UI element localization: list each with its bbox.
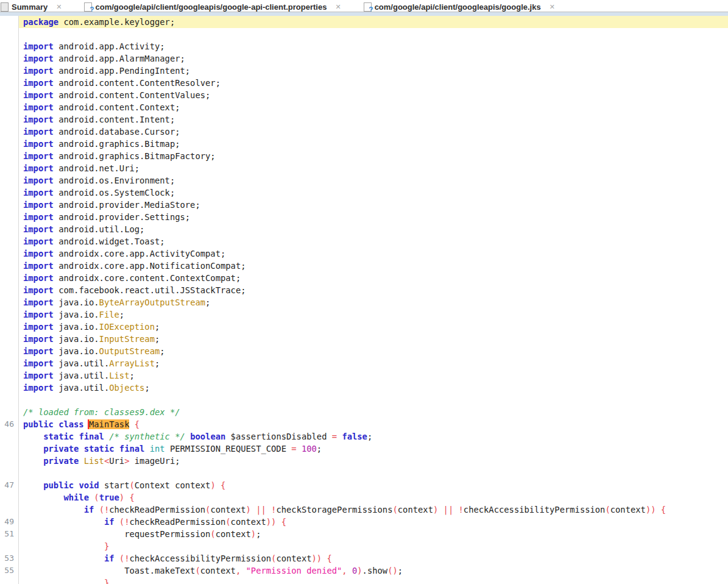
code-line: import java.io.IOException; bbox=[0, 321, 728, 333]
line-number bbox=[0, 369, 19, 382]
code-line: import android.graphics.BitmapFactory; bbox=[0, 150, 728, 162]
code-line-text: } bbox=[19, 577, 728, 584]
tab-label: Summary bbox=[12, 2, 48, 12]
line-number bbox=[0, 126, 19, 138]
line-number: 51 bbox=[0, 528, 19, 540]
code-line bbox=[0, 394, 728, 406]
line-number bbox=[0, 406, 19, 418]
code-line: import android.net.Uri; bbox=[0, 162, 728, 174]
line-number bbox=[0, 101, 19, 113]
line-number bbox=[0, 394, 19, 406]
line-number bbox=[0, 260, 19, 272]
close-icon[interactable]: ✕ bbox=[56, 4, 62, 10]
code-line: 53 if (!checkAccessibilityPermission(con… bbox=[0, 552, 728, 564]
line-number bbox=[0, 174, 19, 187]
code-line: import android.app.Activity; bbox=[0, 40, 728, 52]
code-line-text: import com.facebook.react.util.JSStackTr… bbox=[19, 284, 728, 296]
code-line: import android.graphics.Bitmap; bbox=[0, 138, 728, 150]
code-line: import java.util.ArrayList; bbox=[0, 357, 728, 369]
code-line: import android.os.SystemClock; bbox=[0, 187, 728, 199]
code-line: 55 Toast.makeText(context, "Permission d… bbox=[0, 564, 728, 577]
code-line: import android.content.ContentValues; bbox=[0, 89, 728, 101]
tab-google-api-client-properties[interactable]: ?com/google/api/client/googleapis/google… bbox=[84, 2, 341, 12]
code-line-text: import android.widget.Toast; bbox=[19, 235, 728, 247]
line-number bbox=[0, 345, 19, 357]
code-line bbox=[0, 28, 728, 40]
code-line-text: /* loaded from: classes9.dex */ bbox=[19, 406, 728, 418]
code-line-text: import android.os.SystemClock; bbox=[19, 187, 728, 199]
code-line: 47 public void start(Context context) { bbox=[0, 479, 728, 491]
code-line-text: import android.content.Intent; bbox=[19, 113, 728, 126]
line-number bbox=[0, 504, 19, 516]
code-line: import android.provider.Settings; bbox=[0, 211, 728, 223]
line-number bbox=[0, 321, 19, 333]
code-line-text: Toast.makeText(context, "Permission deni… bbox=[19, 564, 728, 577]
tab-summary[interactable]: Summary✕ bbox=[1, 2, 62, 12]
code-line: import android.app.AlarmManager; bbox=[0, 52, 728, 65]
code-line: import android.database.Cursor; bbox=[0, 126, 728, 138]
code-line: import java.util.Objects; bbox=[0, 382, 728, 394]
code-line: 49 if (!checkReadPermission(context)) { bbox=[0, 516, 728, 528]
code-line-text: requestPermission(context); bbox=[19, 528, 728, 540]
highlighted-symbol: MainTask bbox=[89, 419, 129, 429]
code-line-text: import android.database.Cursor; bbox=[19, 126, 728, 138]
line-number bbox=[0, 77, 19, 89]
line-number bbox=[0, 211, 19, 223]
code-line-text: import androidx.core.app.NotificationCom… bbox=[19, 260, 728, 272]
code-line-text: private List<Uri> imageUri; bbox=[19, 455, 728, 467]
question-mark-icon: ? bbox=[369, 6, 373, 12]
line-number bbox=[0, 138, 19, 150]
code-line: import android.provider.MediaStore; bbox=[0, 199, 728, 211]
line-number: 49 bbox=[0, 516, 19, 528]
line-number bbox=[0, 150, 19, 162]
line-number bbox=[0, 28, 19, 40]
code-line: import androidx.core.app.NotificationCom… bbox=[0, 260, 728, 272]
code-line: } bbox=[0, 577, 728, 584]
code-line: private List<Uri> imageUri; bbox=[0, 455, 728, 467]
close-icon[interactable]: ✕ bbox=[550, 4, 555, 10]
code-line: import android.widget.Toast; bbox=[0, 235, 728, 247]
code-line: import android.os.Environment; bbox=[0, 174, 728, 187]
line-number bbox=[0, 162, 19, 174]
line-number: 47 bbox=[0, 479, 19, 491]
code-line: while (true) { bbox=[0, 491, 728, 504]
line-number bbox=[0, 577, 19, 584]
code-line-text: import android.content.ContentResolver; bbox=[19, 77, 728, 89]
line-number bbox=[0, 284, 19, 296]
code-line-text: import java.io.InputStream; bbox=[19, 333, 728, 345]
line-number bbox=[0, 272, 19, 284]
code-line-text: import android.util.Log; bbox=[19, 223, 728, 235]
tab-google-jks[interactable]: ?com/google/api/client/googleapis/google… bbox=[364, 2, 555, 12]
tab-bar: Summary✕?com/google/api/client/googleapi… bbox=[0, 0, 728, 12]
line-number bbox=[0, 308, 19, 321]
line-number bbox=[0, 223, 19, 235]
code-line-text: import java.io.ByteArrayOutputStream; bbox=[19, 296, 728, 308]
code-line-text: public class MainTask { bbox=[19, 418, 728, 430]
code-line-text: import android.app.AlarmManager; bbox=[19, 52, 728, 65]
code-line-text: public void start(Context context) { bbox=[19, 479, 728, 491]
line-number bbox=[0, 443, 19, 455]
code-line: package com.example.keylogger; bbox=[0, 16, 728, 28]
code-line: private static final int PERMISSION_REQU… bbox=[0, 443, 728, 455]
line-number bbox=[0, 40, 19, 52]
close-icon[interactable]: ✕ bbox=[335, 4, 341, 10]
code-editor[interactable]: package com.example.keylogger;import and… bbox=[0, 16, 728, 584]
code-line-text: static final /* synthetic */ boolean $as… bbox=[19, 430, 728, 443]
code-line-text: import android.app.PendingIntent; bbox=[19, 65, 728, 77]
code-line-text: } bbox=[19, 540, 728, 552]
code-line bbox=[0, 467, 728, 479]
line-number bbox=[0, 491, 19, 504]
code-line-text: private static final int PERMISSION_REQU… bbox=[19, 443, 728, 455]
line-number: 55 bbox=[0, 564, 19, 577]
document-icon bbox=[1, 2, 9, 12]
code-line-text bbox=[19, 28, 728, 40]
line-number bbox=[0, 455, 19, 467]
app-window: Summary✕?com/google/api/client/googleapi… bbox=[0, 0, 728, 584]
code-line-text: import java.io.IOException; bbox=[19, 321, 728, 333]
code-line-text: import android.content.Context; bbox=[19, 101, 728, 113]
code-line-text bbox=[19, 467, 728, 479]
code-line-text: import androidx.core.content.ContextComp… bbox=[19, 272, 728, 284]
code-line-text: if (!checkReadPermission(context) || !ch… bbox=[19, 504, 728, 516]
line-number bbox=[0, 187, 19, 199]
line-number bbox=[0, 333, 19, 345]
